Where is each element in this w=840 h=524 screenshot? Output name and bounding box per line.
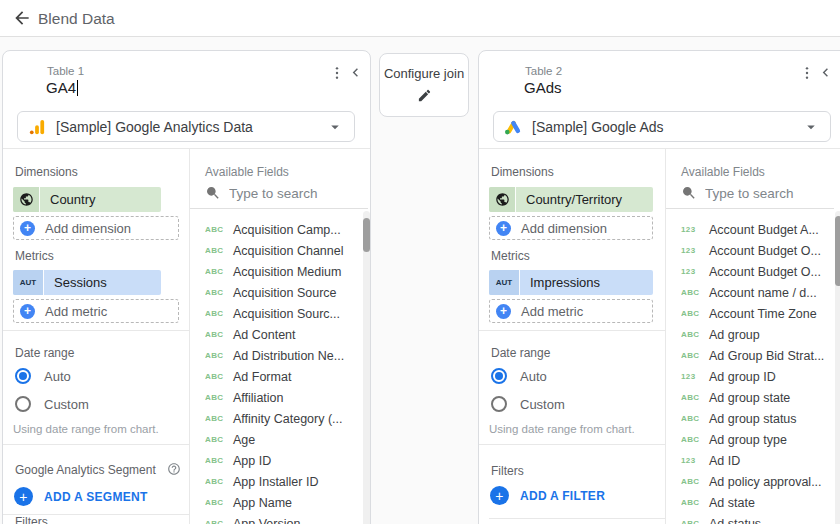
field-row[interactable]: ABC App ID: [205, 450, 361, 471]
field-row[interactable]: ABC Affinity Category (...: [205, 408, 361, 429]
field-name: Account Budget A...: [709, 223, 819, 237]
field-name: Acquisition Channel: [233, 244, 344, 258]
back-arrow-icon[interactable]: [12, 8, 32, 28]
fields-search-input[interactable]: [229, 186, 347, 201]
add-dimension-button[interactable]: Add dimension: [489, 216, 653, 240]
field-row[interactable]: ABC Ad group type: [681, 429, 833, 450]
fields-scrollbar[interactable]: [835, 211, 840, 524]
available-fields-list: 123 Account Budget A... 123 Account Budg…: [681, 219, 833, 524]
radio-selected-icon: [15, 368, 31, 384]
table1-collapse-icon[interactable]: [347, 64, 364, 81]
date-range-note: Using date range from chart.: [489, 423, 635, 435]
plus-icon: [14, 487, 33, 506]
field-type-icon: 123: [681, 267, 709, 276]
metrics-label: Metrics: [15, 249, 54, 263]
field-name: App ID: [233, 454, 271, 468]
filters-label: Filters: [491, 464, 524, 478]
plus-icon: [20, 221, 35, 236]
configure-join-card[interactable]: Configure join: [379, 53, 469, 117]
field-row[interactable]: ABC Age: [205, 429, 361, 450]
filters-label: Filters: [15, 515, 48, 524]
field-type-icon: ABC: [205, 351, 233, 360]
plus-icon: [496, 304, 511, 319]
field-row[interactable]: ABC Ad policy approval...: [681, 471, 833, 492]
dimension-chip-country-territory[interactable]: Country/Territory: [489, 187, 653, 212]
field-row[interactable]: ABC Account name / d...: [681, 282, 833, 303]
field-row[interactable]: ABC Ad group status: [681, 408, 833, 429]
field-row[interactable]: ABC Acquisition Medium: [205, 261, 361, 282]
scrollbar-thumb[interactable]: [363, 218, 370, 252]
field-row[interactable]: ABC Ad Format: [205, 366, 361, 387]
table1-datasource-select[interactable]: [Sample] Google Analytics Data: [17, 111, 355, 142]
date-auto-radio[interactable]: Auto: [15, 368, 71, 384]
dimension-chip-country[interactable]: Country: [13, 187, 161, 212]
field-row[interactable]: ABC Acquisition Camp...: [205, 219, 361, 240]
date-range-label: Date range: [491, 346, 550, 360]
metrics-label: Metrics: [491, 249, 530, 263]
field-row[interactable]: ABC Account Time Zone: [681, 303, 833, 324]
table2-more-options-icon[interactable]: [798, 64, 815, 81]
metric-chip-sessions[interactable]: AUT Sessions: [13, 270, 161, 295]
ga-segment-label: Google Analytics Segment: [15, 463, 156, 477]
field-name: App Name: [233, 496, 292, 510]
field-type-icon: ABC: [681, 330, 709, 339]
field-row[interactable]: 123 Account Budget O...: [681, 240, 833, 261]
radio-selected-icon: [491, 368, 507, 384]
table1-card: Table 1 GA4 [Sample] Google Analytics Da…: [2, 50, 371, 524]
add-segment-button[interactable]: ADD A SEGMENT: [14, 487, 148, 506]
add-dimension-button[interactable]: Add dimension: [13, 216, 179, 240]
table2-collapse-icon[interactable]: [817, 64, 834, 81]
field-row[interactable]: 123 Account Budget A...: [681, 219, 833, 240]
dropdown-caret-icon: [326, 118, 344, 136]
field-name: Ad policy approval...: [709, 475, 822, 489]
field-type-icon: ABC: [681, 477, 709, 486]
field-row[interactable]: ABC Ad Group Bid Strat...: [681, 345, 833, 366]
field-type-icon: ABC: [205, 456, 233, 465]
edit-pencil-icon[interactable]: [417, 88, 432, 107]
field-row[interactable]: ABC Acquisition Channel: [205, 240, 361, 261]
date-auto-radio[interactable]: Auto: [491, 368, 547, 384]
metric-chip-impressions[interactable]: AUT Impressions: [489, 270, 653, 295]
fields-scrollbar[interactable]: [363, 211, 370, 524]
field-name: Account Budget O...: [709, 265, 821, 279]
field-name: Ad Format: [233, 370, 291, 384]
field-row[interactable]: ABC Affiliation: [205, 387, 361, 408]
field-type-icon: ABC: [205, 519, 233, 524]
field-type-icon: ABC: [681, 498, 709, 507]
field-name: Affinity Category (...: [233, 412, 343, 426]
add-metric-button[interactable]: Add metric: [489, 299, 653, 323]
field-row[interactable]: ABC App Installer ID: [205, 471, 361, 492]
table2-datasource-select[interactable]: [Sample] Google Ads: [493, 111, 831, 142]
field-row[interactable]: 123 Ad ID: [681, 450, 833, 471]
field-row[interactable]: ABC Ad status: [681, 513, 833, 524]
field-name: App Version: [233, 517, 300, 524]
field-row[interactable]: 123 Account Budget O...: [681, 261, 833, 282]
field-row[interactable]: ABC App Version: [205, 513, 361, 524]
field-row[interactable]: ABC Acquisition Source: [205, 282, 361, 303]
table1-more-options-icon[interactable]: [328, 64, 345, 81]
field-row[interactable]: ABC Ad group: [681, 324, 833, 345]
table2-label: Table 2: [525, 65, 562, 77]
field-row[interactable]: ABC App Name: [205, 492, 361, 513]
scrollbar-thumb[interactable]: [835, 216, 840, 286]
plus-icon: [490, 486, 509, 505]
add-filter-button[interactable]: ADD A FILTER: [490, 486, 605, 505]
add-metric-button[interactable]: Add metric: [13, 299, 179, 323]
aggregation-badge: AUT: [489, 270, 520, 295]
field-row[interactable]: ABC Acquisition Sourc...: [205, 303, 361, 324]
field-row[interactable]: ABC Ad Distribution Ne...: [205, 345, 361, 366]
field-type-icon: ABC: [681, 288, 709, 297]
field-row[interactable]: ABC Ad state: [681, 492, 833, 513]
date-custom-radio[interactable]: Custom: [15, 396, 89, 412]
field-row[interactable]: ABC Ad Content: [205, 324, 361, 345]
table1-name-input[interactable]: GA4: [46, 79, 78, 96]
table2-name-input[interactable]: GAds: [524, 79, 562, 96]
field-type-icon: ABC: [205, 225, 233, 234]
fields-search-input[interactable]: [705, 186, 823, 201]
help-icon[interactable]: [165, 460, 182, 477]
field-name: Acquisition Medium: [233, 265, 341, 279]
field-type-icon: ABC: [681, 414, 709, 423]
field-row[interactable]: 123 Ad group ID: [681, 366, 833, 387]
field-row[interactable]: ABC Ad group state: [681, 387, 833, 408]
date-custom-radio[interactable]: Custom: [491, 396, 565, 412]
